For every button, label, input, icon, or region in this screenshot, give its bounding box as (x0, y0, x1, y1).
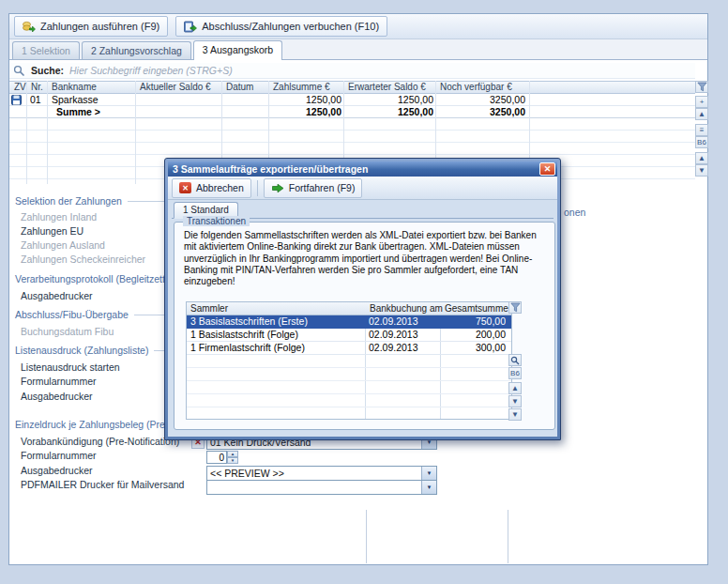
tab-ausgangskorb[interactable]: 3 Ausgangskorb (193, 40, 282, 60)
tab-selektion[interactable]: 1 Selektion (12, 41, 80, 59)
ausgabedrucker-combobox[interactable]: << PREVIEW >> ▼ (206, 466, 437, 481)
label-ausgabedrucker-einzel: Ausgabedrucker (21, 465, 92, 476)
option-zahlungen-scheck: Zahlungen Scheckeinreicher (21, 254, 145, 265)
option-zahlungen-eu[interactable]: Zahlungen EU (21, 225, 83, 237)
label-ausgabedrucker-liste: Ausgabedrucker (21, 391, 92, 402)
execute-payments-button[interactable]: Zahlungen ausführen (F9) (14, 16, 168, 37)
cell-verfuegbar: 3250,00 (437, 94, 525, 105)
label-ausgabedrucker-protokoll: Ausgabedrucker (21, 290, 92, 301)
column-header-bankbuchung[interactable]: Bankbuchung am (366, 302, 440, 315)
continue-button[interactable]: Fortfahren (F9) (264, 178, 363, 198)
grid-line (135, 81, 136, 184)
cell-bankbuchung: 02.09.2013 (369, 342, 436, 354)
form-divider (508, 510, 508, 563)
dialog-search-button[interactable] (508, 354, 522, 366)
cancel-label: Abbrechen (196, 182, 244, 193)
cell-bankbuchung: 02.09.2013 (369, 315, 436, 328)
execute-payments-label: Zahlungen ausführen (F9) (40, 21, 159, 32)
table-tool-up2-button[interactable]: ▲ (695, 152, 708, 164)
cell-nr: 01 (30, 94, 49, 105)
export-dialog: 3 Sammelaufträge exportieren/übertragen … (164, 158, 561, 440)
application-window: Zahlungen ausführen (F9) Abschluss/Zahlu… (0, 0, 728, 584)
sum-zahlsumme: 1250,00 (270, 106, 341, 117)
bank-table-row[interactable]: 01 Sparkasse 1250,00 1250,00 3250,00 (9, 94, 695, 106)
arrow-up-icon: ▲ (698, 154, 705, 162)
tab-zahlungsvorschlag[interactable]: 2 Zahlungsvorschlag (82, 41, 191, 59)
sum-label: Summe > (56, 106, 141, 117)
dialog-b6-button[interactable]: B6 (508, 367, 522, 379)
table-tool-add-button[interactable]: + (695, 96, 708, 108)
column-header-bankname[interactable]: Bankname (49, 82, 136, 93)
dialog-titlebar[interactable]: 3 Sammelaufträge exportieren/übertragen … (168, 161, 557, 177)
collector-row[interactable]: 1 Firmenlastschrift (Folge) 02.09.2013 3… (187, 342, 511, 355)
column-header-zahlsumme[interactable]: Zahlsumme € (270, 82, 344, 93)
label-listenausdruck-starten: Listenausdruck starten (21, 361, 120, 373)
chevron-down-icon[interactable]: ▼ (421, 467, 436, 480)
collectors-table[interactable]: Sammler Bankbuchung am Gesamtsumme € 3 B… (186, 301, 512, 420)
post-payments-button[interactable]: Abschluss/Zahlungen verbuchen (F10) (175, 16, 387, 37)
formularnummer-value: 0 (219, 453, 224, 463)
dialog-title: 3 Sammelaufträge exportieren/übertragen (173, 163, 368, 175)
column-header-erwartet[interactable]: Erwarteter Saldo € (345, 82, 436, 93)
arrow-down-icon: ▼ (511, 397, 519, 406)
column-header-gesamtsumme[interactable]: Gesamtsumme € (441, 302, 514, 315)
main-tabstrip: 1 Selektion 2 Zahlungsvorschlag 3 Ausgan… (9, 39, 707, 60)
coins-arrow-icon (23, 21, 36, 33)
main-toolbar: Zahlungen ausführen (F9) Abschluss/Zahlu… (9, 14, 707, 39)
cell-sammler: 1 Basislastschrift (Folge) (190, 329, 361, 341)
dialog-filter-funnel-button[interactable] (508, 301, 522, 314)
cancel-button[interactable]: ✕ Abbrechen (172, 178, 251, 198)
b6-icon: B6 (697, 138, 706, 146)
close-icon[interactable]: ✕ (539, 162, 555, 176)
cell-gesamtsumme: 750,00 (444, 315, 506, 328)
collector-row-selected[interactable]: 3 Basislastschriften (Erste) 02.09.2013 … (187, 315, 511, 329)
dialog-row-last-button[interactable]: ▼ (508, 408, 522, 421)
grid-line (26, 81, 27, 184)
label-pdfmailer: PDFMAILER Drucker für Mailversand (21, 479, 184, 490)
collectors-table-empty-rows (187, 355, 511, 419)
dialog-body: ✕ Abbrechen Fortfahren (F9) 1 Standard T… (168, 177, 557, 437)
table-tool-list-button[interactable]: ≡ (695, 124, 708, 136)
column-header-sammler[interactable]: Sammler (187, 302, 359, 315)
cell-bankbuchung: 02.09.2013 (369, 329, 436, 341)
label-buchungsdatum-fibu: Buchungsdatum Fibu (21, 326, 114, 337)
column-header-datum[interactable]: Datum (223, 82, 269, 93)
plus-icon: + (700, 98, 705, 106)
bank-table-sum-row: Summe > 1250,00 1250,00 3250,00 (9, 106, 695, 118)
spinner-up-icon[interactable]: ▲ (227, 451, 238, 457)
arrow-down-icon: ▼ (511, 410, 519, 419)
chevron-down-icon[interactable]: ▼ (421, 481, 436, 494)
label-formularnummer-liste: Formularnummer (21, 376, 97, 387)
spinner-down-icon[interactable]: ▼ (227, 457, 238, 464)
table-tool-up-button[interactable]: ▲ (695, 108, 708, 120)
continue-label: Fortfahren (F9) (289, 182, 356, 193)
search-placeholder: Hier Suchbegriff eingeben (STRG+S) (69, 65, 233, 76)
filter-funnel-button[interactable] (695, 81, 708, 93)
cell-zahlsumme: 1250,00 (270, 94, 341, 105)
cell-gesamtsumme: 300,00 (444, 342, 506, 354)
search-icon (13, 65, 25, 77)
bank-table-header[interactable]: ZV Nr. Bankname Aktueller Saldo € Datum … (9, 81, 695, 94)
column-header-saldo[interactable]: Aktueller Saldo € (137, 82, 222, 93)
list-icon: ≡ (700, 126, 705, 134)
dialog-toolbar: ✕ Abbrechen Fortfahren (F9) (168, 177, 557, 200)
collector-row[interactable]: 1 Basislastschrift (Folge) 02.09.2013 20… (187, 329, 511, 342)
formularnummer-input[interactable]: 0 (206, 451, 227, 464)
cell-sammler: 3 Basislastschriften (Erste) (190, 315, 361, 328)
column-header-verfuegbar[interactable]: Noch verfügbar € (437, 82, 530, 93)
collectors-table-header[interactable]: Sammler Bankbuchung am Gesamtsumme € (187, 302, 511, 315)
dialog-row-down-button[interactable]: ▼ (508, 395, 522, 407)
search-bar[interactable]: Suche: Hier Suchbegriff eingeben (STRG+S… (9, 63, 695, 79)
search-label: Suche: (31, 65, 64, 76)
book-arrow-icon (184, 21, 197, 33)
dialog-row-up-button[interactable]: ▲ (508, 382, 522, 394)
formularnummer-stepper[interactable]: ▲ ▼ (227, 451, 238, 464)
option-zahlungen-ausland: Zahlungen Ausland (21, 239, 105, 251)
form-divider (366, 510, 367, 563)
pdfmailer-combobox[interactable]: ▼ (206, 480, 437, 495)
table-tool-b6-button[interactable]: B6 (695, 136, 708, 148)
toolbar-divider (257, 180, 258, 196)
table-tool-down-button[interactable]: ▼ (695, 164, 708, 177)
arrow-down-icon: ▼ (698, 166, 705, 175)
disk-icon (11, 95, 22, 105)
